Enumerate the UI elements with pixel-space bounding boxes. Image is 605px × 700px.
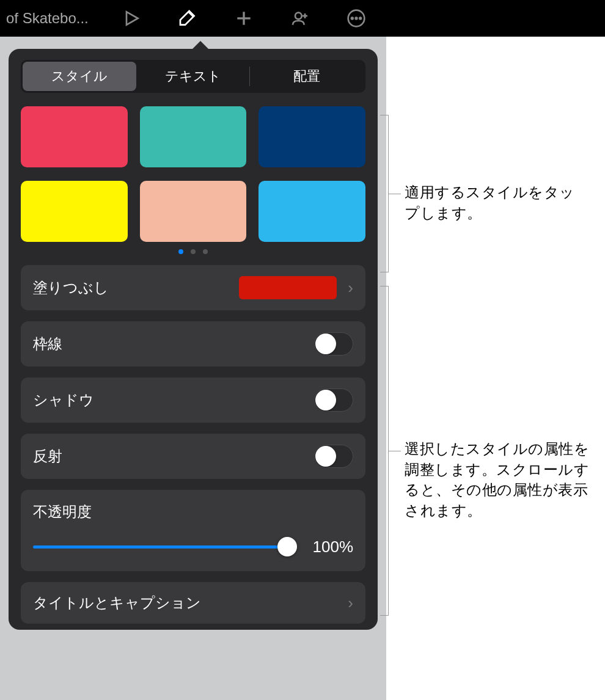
title-caption-row[interactable]: タイトルとキャプション › (21, 582, 365, 624)
callout-text-1: 適用するスタイルをタップします。 (405, 182, 588, 223)
callout-line-1 (389, 194, 401, 194)
border-toggle[interactable] (314, 332, 353, 355)
callout-text-2: 選択したスタイルの属性を調整します。スクロールすると、その他の属性が表示されます… (405, 439, 600, 520)
tab-arrange[interactable]: 配置 (250, 62, 364, 91)
border-label: 枠線 (33, 334, 62, 354)
style-swatch-yellow[interactable] (21, 181, 128, 242)
svg-point-7 (355, 17, 358, 20)
play-icon[interactable] (119, 6, 144, 31)
document-title: of Skatebo... (6, 10, 89, 27)
swatch-page-indicator (21, 249, 365, 254)
border-row: 枠線 (21, 321, 365, 366)
style-swatch-teal[interactable] (140, 106, 247, 167)
chevron-right-icon: › (348, 279, 353, 297)
opacity-slider[interactable] (33, 545, 287, 549)
shadow-label: シャドウ (33, 390, 94, 410)
page-dot-2[interactable] (191, 249, 196, 254)
callout-bracket-2 (380, 286, 389, 616)
shadow-toggle[interactable] (314, 388, 353, 412)
callout-bracket-1 (380, 115, 389, 272)
toggle-knob (315, 334, 336, 354)
callout-line-2 (389, 451, 401, 451)
help-callouts: 適用するスタイルをタップします。 選択したスタイルの属性を調整します。スクロール… (386, 37, 605, 700)
style-swatch-peach[interactable] (140, 181, 247, 242)
opacity-label: 不透明度 (33, 502, 353, 522)
style-swatch-red-pink[interactable] (21, 106, 128, 167)
shadow-row: シャドウ (21, 377, 365, 423)
popover-arrow (191, 41, 210, 51)
toolbar-buttons (119, 6, 369, 31)
tab-style[interactable]: スタイル (23, 62, 136, 91)
more-icon[interactable] (344, 6, 369, 31)
fill-label: 塗りつぶし (33, 278, 109, 297)
opacity-row: 不透明度 100% (21, 490, 365, 571)
reflection-label: 反射 (33, 447, 62, 466)
style-swatch-sky-blue[interactable] (258, 181, 365, 242)
fill-color-swatch (239, 276, 337, 299)
svg-point-8 (359, 17, 361, 20)
popover-background: スタイル テキスト 配置 塗りつぶし › (0, 37, 386, 700)
reflection-toggle[interactable] (314, 445, 353, 468)
app-toolbar: of Skatebo... (0, 0, 605, 37)
toggle-knob (315, 446, 336, 467)
toggle-knob (315, 390, 336, 410)
opacity-value: 100% (304, 538, 353, 556)
chevron-right-icon: › (348, 594, 353, 613)
brush-icon[interactable] (175, 6, 200, 31)
plus-icon[interactable] (232, 6, 256, 31)
fill-row[interactable]: 塗りつぶし › (21, 265, 365, 310)
format-popover: スタイル テキスト 配置 塗りつぶし › (9, 49, 378, 630)
tab-text[interactable]: テキスト (136, 62, 250, 91)
page-dot-3[interactable] (203, 249, 208, 254)
page-dot-1[interactable] (178, 249, 183, 254)
slider-thumb[interactable] (277, 537, 297, 556)
style-swatch-grid (21, 106, 365, 242)
reflection-row: 反射 (21, 434, 365, 479)
title-caption-label: タイトルとキャプション (33, 593, 201, 613)
svg-point-6 (351, 17, 353, 20)
style-swatch-navy[interactable] (258, 106, 365, 167)
collaborate-icon[interactable] (288, 6, 312, 31)
svg-point-2 (295, 13, 302, 20)
format-tabs: スタイル テキスト 配置 (21, 60, 365, 93)
